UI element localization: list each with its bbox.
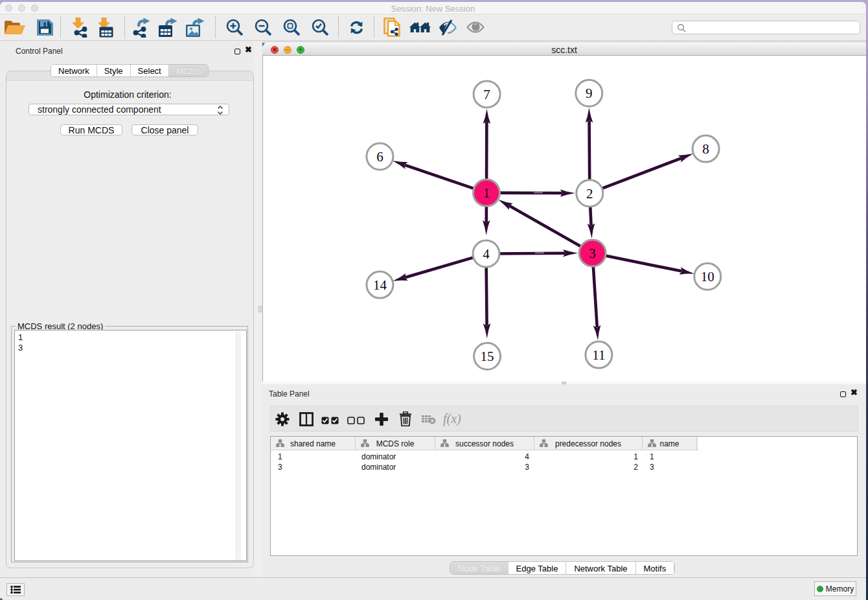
- svg-text:7: 7: [483, 87, 490, 102]
- svg-text:15: 15: [481, 349, 494, 364]
- svg-text:6: 6: [376, 149, 383, 165]
- svg-text:2: 2: [586, 186, 593, 202]
- svg-text:14: 14: [373, 277, 387, 293]
- svg-text:8: 8: [702, 141, 709, 157]
- svg-text:11: 11: [592, 347, 605, 363]
- svg-text:4: 4: [483, 246, 490, 262]
- svg-text:9: 9: [586, 86, 593, 101]
- svg-text:1: 1: [483, 185, 490, 201]
- svg-text:10: 10: [701, 269, 714, 284]
- svg-text:3: 3: [589, 246, 596, 261]
